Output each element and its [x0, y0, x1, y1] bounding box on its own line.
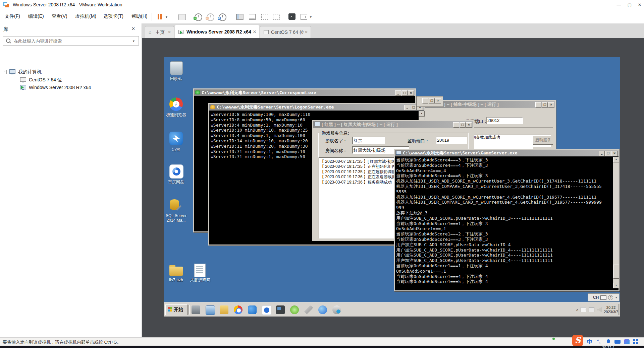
revert-snapshot-icon[interactable]: ←	[207, 13, 214, 21]
system-tray[interactable]: ˄ 20:22 2023/3/7	[576, 304, 618, 315]
console-view-icon[interactable]: >_	[288, 13, 296, 20]
start-service-button[interactable]: 启动服务	[533, 136, 553, 145]
suspend-icon[interactable]	[158, 14, 159, 19]
thunder-taskbar-icon[interactable]	[248, 305, 257, 314]
close-icon[interactable]: ×	[466, 122, 472, 128]
ime-mic-icon[interactable]	[607, 339, 610, 343]
tray-expand-icon[interactable]: ˄	[576, 308, 578, 312]
show-desktop-button[interactable]	[619, 304, 620, 315]
powershell-icon[interactable]	[206, 305, 215, 315]
ime-skin-icon[interactable]	[624, 339, 630, 344]
recycle-bin-icon[interactable]	[170, 61, 183, 75]
maximize-icon[interactable]: □	[401, 90, 408, 96]
search-input[interactable]	[13, 37, 125, 45]
thunder-icon[interactable]	[169, 132, 183, 145]
speed-browser-icon[interactable]	[169, 97, 183, 111]
minimize-icon[interactable]: _	[395, 90, 401, 96]
correspond-titlebar[interactable]: C:\wwwww\永利无毒Server\Server\Correspond.ex…	[194, 89, 415, 96]
maximize-icon[interactable]: □	[605, 151, 611, 156]
close-icon[interactable]: ×	[548, 102, 554, 108]
logonserver-titlebar[interactable]: C:\wwwww\永利无毒Server\Server\LogonServer.e…	[209, 104, 424, 111]
gameserver-console-window[interactable]: C:\wwwww\永利无毒Server\Server\GameServer.ex…	[394, 149, 620, 291]
explorer-folder-icon[interactable]	[220, 305, 228, 314]
close-icon[interactable]: ×	[611, 151, 618, 156]
ime-punctuation-icon[interactable]: °,	[597, 339, 600, 344]
keyboard-layout-icon[interactable]	[600, 295, 606, 300]
fishing-port-field[interactable]: 26012	[486, 117, 523, 124]
stretch-guest-icon[interactable]	[301, 14, 307, 20]
suspend-dropdown-icon[interactable]: ▼	[165, 15, 168, 19]
taskbar-clock[interactable]: 20:22 2023/3/7	[604, 305, 618, 314]
show-library-icon[interactable]	[236, 14, 243, 20]
scroll-up-icon[interactable]: ▲	[419, 111, 425, 117]
baidu-netdisk-taskbar-icon[interactable]	[262, 305, 271, 315]
iis-folder-icon[interactable]	[169, 265, 183, 276]
menu-vm[interactable]: 虚拟机(M)	[75, 13, 96, 19]
close-icon[interactable]: ×	[408, 90, 414, 96]
start-button[interactable]: 开始	[165, 304, 187, 315]
language-bar[interactable]: CH ? ▼	[588, 293, 620, 301]
suspend-icon[interactable]	[160, 14, 162, 19]
maximize-icon[interactable]: □	[542, 102, 548, 108]
search-dropdown-icon[interactable]: ▼	[132, 40, 135, 43]
dapeng-doc-icon[interactable]	[194, 264, 206, 277]
minimize-icon[interactable]: _	[535, 102, 541, 108]
minimize-icon[interactable]: _	[422, 98, 428, 103]
listen-port-field[interactable]: 20019	[436, 137, 467, 144]
browser-globe-icon[interactable]	[318, 305, 327, 314]
close-button[interactable]: ✕	[635, 0, 644, 10]
minimize-icon[interactable]: _	[404, 105, 410, 110]
ime-keyboard-icon[interactable]	[614, 340, 621, 344]
desktop-icon-label[interactable]: 回收站	[164, 76, 191, 81]
server-manager-icon[interactable]	[192, 305, 200, 314]
gameserver-vscrollbar[interactable]: ▲ ▼	[613, 157, 619, 288]
fullscreen-icon[interactable]	[261, 14, 268, 20]
menu-tabs[interactable]: 选项卡(T)	[103, 13, 123, 19]
ime-chinese-icon[interactable]: 中	[587, 339, 592, 346]
guest-desktop[interactable]: 回收站 极速浏览器 迅雷 百度网盘 SQL Server 2014 Ma...	[164, 57, 620, 317]
tab-close-icon[interactable]: ✕	[168, 30, 171, 34]
redblack-titlebar[interactable]: [ 红黑 ] -- [ 红黑大战-初级场 ] -- [ 运行 ] _ □ ×	[313, 121, 473, 128]
fishing-titlebar[interactable]: [ 捕鱼 ] -- [ 捕鱼-中级场 ] -- [ 运行 ] _ □ ×	[423, 101, 555, 108]
minimize-icon[interactable]: _	[599, 151, 605, 156]
library-close-icon[interactable]: ✕	[131, 26, 135, 31]
guest-taskbar[interactable]: 开始 ˄ 20	[164, 302, 620, 317]
tab-close-icon[interactable]: ✕	[253, 29, 256, 34]
scroll-down-icon[interactable]: ▼	[613, 283, 619, 288]
desktop-icon-label[interactable]: 大鹏源码网	[185, 278, 215, 282]
maximize-icon[interactable]: □	[460, 122, 466, 128]
ime-toolbox-icon[interactable]	[633, 339, 635, 341]
desktop-icon-label[interactable]: 极速浏览器	[164, 113, 191, 117]
maximize-icon[interactable]: □	[429, 98, 435, 103]
ctrl-alt-del-icon[interactable]	[178, 14, 186, 20]
snapshot-manager-icon[interactable]: ⚙	[219, 13, 226, 21]
action-center-flag-icon[interactable]	[581, 307, 586, 312]
maximize-icon[interactable]: □	[411, 105, 417, 110]
langbar-grip[interactable]	[590, 295, 591, 300]
network-icon[interactable]	[589, 307, 594, 312]
minimize-icon[interactable]: _	[453, 122, 459, 128]
menu-edit[interactable]: 编辑(E)	[28, 13, 44, 19]
sogou-logo-icon[interactable]: S	[572, 335, 583, 346]
unity-mode-icon[interactable]	[273, 14, 280, 20]
vm-console-area[interactable]: 回收站 极速浏览器 迅雷 百度网盘 SQL Server 2014 Ma...	[142, 38, 644, 337]
scroll-thumb[interactable]	[613, 265, 619, 279]
minimize-button[interactable]: —	[614, 0, 624, 10]
maximize-button[interactable]: ▢	[625, 0, 635, 10]
langbar-options-icon[interactable]: ▼	[615, 296, 618, 299]
settings-gear-icon[interactable]	[332, 305, 341, 314]
scroll-up-icon[interactable]: ▲	[613, 157, 619, 162]
recycle-green-icon[interactable]	[290, 305, 299, 314]
desktop-icon-label[interactable]: 迅雷	[164, 147, 191, 152]
tab-centos[interactable]: CentOS 7 64 位 ✕	[260, 26, 311, 38]
desktop-icon-label[interactable]: 百度网盘	[164, 180, 191, 184]
close-icon[interactable]: ×	[435, 98, 441, 103]
stretch-dropdown-icon[interactable]: ▼	[309, 15, 312, 19]
hidden-window-fragment[interactable]: _ □ ×	[417, 96, 443, 107]
language-label[interactable]: CH	[593, 295, 599, 300]
collapse-icon[interactable]: −	[3, 70, 7, 74]
chrome-icon[interactable]	[234, 305, 243, 314]
tab-winserver[interactable]: Windows Server 2008 R2 x64 ✕	[175, 25, 259, 39]
game-name-field[interactable]: 红黑	[352, 137, 385, 144]
gameserver-titlebar[interactable]: C:\wwwww\永利无毒Server\Server\GameServer.ex…	[395, 150, 619, 156]
